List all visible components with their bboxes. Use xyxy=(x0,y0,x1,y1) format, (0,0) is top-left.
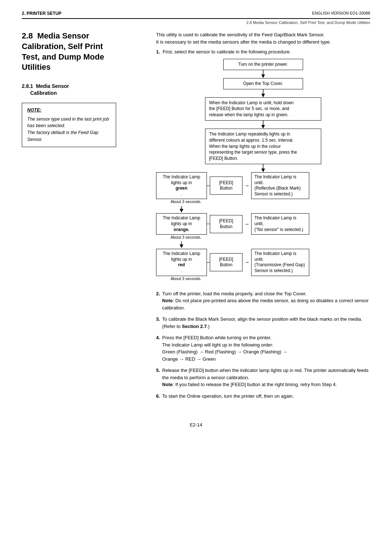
svg-marker-5 xyxy=(261,125,265,129)
branch-row-1: The Indicator Lamplights up in green. [F… xyxy=(156,172,309,199)
branch-row-3: The Indicator Lamplights up in red. [FEE… xyxy=(156,249,309,276)
branch-row-2: The Indicator Lamplights up in orange. [… xyxy=(156,213,309,235)
steps-list: 2. Turn off the printer, load the media … xyxy=(156,290,370,400)
branch-label-1: [FEED] Button xyxy=(210,177,242,195)
footer: E2-14 xyxy=(22,415,370,428)
svg-marker-9 xyxy=(180,209,183,212)
section-number: 2.8 Media Sensor xyxy=(22,31,145,41)
page: 2. PRINTER SETUP ENGLISH VERSION EO1-330… xyxy=(0,0,392,555)
svg-marker-1 xyxy=(261,74,265,78)
branch-arrow-3: → xyxy=(244,259,250,266)
branch-below-2: About 3 seconds. xyxy=(156,235,201,239)
flow-box-3: When the Indicator Lamp is unlit, hold d… xyxy=(205,97,321,121)
step-4: 4. Press the [FEED] Button while turning… xyxy=(156,334,370,362)
branch-arrow-2: → xyxy=(244,221,250,227)
header-right: ENGLISH VERSION EO1-33088 xyxy=(312,11,370,15)
branch-label-3: [FEED] Button xyxy=(210,253,242,271)
branch-arrow-1: → xyxy=(244,182,250,189)
branch-below-1: About 3 seconds. xyxy=(156,199,201,204)
branch-group-3: The Indicator Lamplights up in red. [FEE… xyxy=(156,249,370,282)
flow-row-4: The Indicator Lamp repeatedly lights up … xyxy=(205,129,321,164)
branch-group-1: The Indicator Lamplights up in green. [F… xyxy=(156,172,370,213)
section-intro: This utility is used to calibrate the se… xyxy=(156,31,370,45)
branch-left-3: The Indicator Lamplights up in red. xyxy=(156,249,207,276)
flow-arrow-3 xyxy=(260,121,267,129)
step-6: 6. To start the Online operation, turn t… xyxy=(156,393,370,400)
main-content: 2.8 Media Sensor Calibration, Self Print… xyxy=(22,31,370,404)
header: 2. PRINTER SETUP ENGLISH VERSION EO1-330… xyxy=(22,11,370,19)
branch-right-1: The Indicator Lamp is unlit.(Reflective … xyxy=(251,172,309,199)
branch-right-3: The Indicator Lamp is unlit.(Transmissiv… xyxy=(251,249,309,276)
step1-intro: 1. First, select the sensor to calibrate… xyxy=(156,49,370,54)
branch-left-2: The Indicator Lamplights up in orange. xyxy=(156,213,207,235)
flow-branch-section: The Indicator Lamplights up in green. [F… xyxy=(156,172,370,282)
page-number: E2-14 xyxy=(190,422,203,428)
svg-marker-7 xyxy=(261,169,265,172)
section-title: Calibration, Self PrintTest, and Dump Mo… xyxy=(22,41,145,73)
header-left: 2. PRINTER SETUP xyxy=(22,11,61,16)
flow-arrow-branch-1 xyxy=(156,205,185,213)
branch-label-2: [FEED]Button xyxy=(210,215,242,233)
step-5: 5. Release the [FEED] button when the in… xyxy=(156,367,370,388)
svg-marker-3 xyxy=(261,94,265,97)
flow-arrow-branch-2 xyxy=(156,241,185,249)
subsection-title: 2.8.1 Media Sensor Calibration xyxy=(22,83,145,97)
flow-row-3: When the Indicator Lamp is unlit, hold d… xyxy=(205,97,321,121)
branch-group-2: The Indicator Lamplights up in orange. [… xyxy=(156,213,370,249)
flow-row-2: Open the Top Cover. xyxy=(223,78,303,89)
flow-top-section: Turn on the printer power. Open the Top … xyxy=(156,59,370,172)
note-box: NOTE: The sensor type used in the last p… xyxy=(22,103,116,147)
note-title: NOTE: xyxy=(27,107,111,114)
branch-below-3: About 3 seconds. xyxy=(156,276,201,281)
flow-arrow-2 xyxy=(260,89,267,97)
branch-left-1: The Indicator Lamplights up in green. xyxy=(156,172,207,199)
flow-row-1: Turn on the printer power. xyxy=(223,59,303,70)
step-3: 3. To calibrate the Black Mark Sensor, a… xyxy=(156,316,370,330)
flowchart: Turn on the printer power. Open the Top … xyxy=(156,59,370,282)
flow-arrow-1 xyxy=(260,70,267,78)
branch-right-2: The Indicator Lamp is unlit.("No sensor"… xyxy=(251,213,309,235)
flow-box-4: The Indicator Lamp repeatedly lights up … xyxy=(205,129,321,164)
note-body: The sensor type used in the last print j… xyxy=(27,116,111,143)
flow-box-2: Open the Top Cover. xyxy=(223,78,303,89)
svg-marker-11 xyxy=(180,244,183,248)
step-2: 2. Turn off the printer, load the media … xyxy=(156,290,370,312)
left-column: 2.8 Media Sensor Calibration, Self Print… xyxy=(22,31,145,404)
header-sub: 2.8 Media Sensor Calibration, Self Print… xyxy=(22,20,370,25)
flow-arrow-4 xyxy=(260,164,267,172)
right-column: This utility is used to calibrate the se… xyxy=(156,31,370,404)
flow-box-1: Turn on the printer power. xyxy=(223,59,303,70)
